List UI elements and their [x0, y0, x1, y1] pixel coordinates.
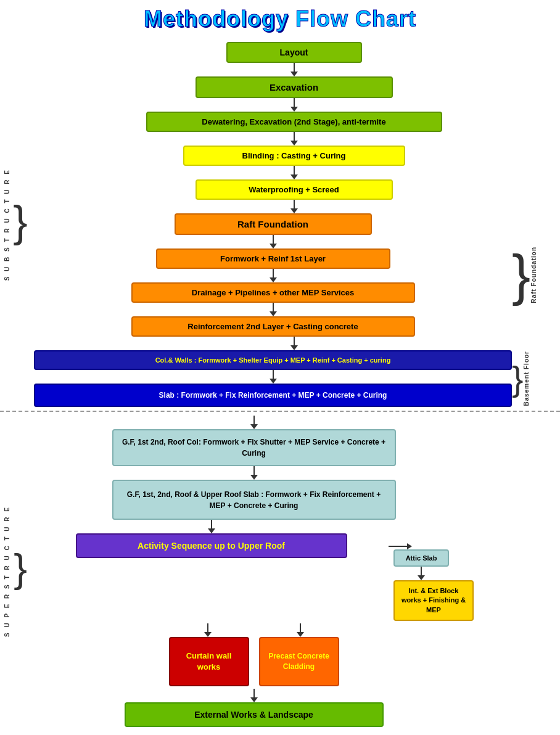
attic-slab-box: Attic Slab — [393, 549, 449, 567]
arrow-3 — [290, 132, 298, 146]
drainage-box: Drainage + Pipelines + other MEP Service… — [131, 282, 415, 303]
arrow-2 — [290, 98, 298, 112]
substructure-center: Layout Excavation Dewatering, Excavation… — [34, 42, 554, 407]
attic-v-arrowhead — [418, 575, 425, 580]
page-wrapper: Methodology Flow Chart S U B S T R U C T… — [0, 0, 560, 733]
raft-boxes: Raft Foundation Formwork + Reinf 1st Lay… — [34, 213, 512, 337]
right-v-line — [300, 623, 301, 632]
substructure-brace: } — [14, 42, 27, 407]
arrow-11 — [250, 416, 258, 429]
superstructure-label-container: S U P E R S T R U C T U R E — [0, 416, 14, 727]
basement-group: Col.& Walls : Formwork + Shelter Equip +… — [34, 350, 554, 407]
substructure-left: S U B S T R U C T U R E } — [0, 42, 34, 407]
title-methodology: Methodology — [144, 6, 289, 31]
left-arrowhead — [204, 632, 212, 637]
excavation-box: Excavation — [196, 76, 393, 98]
split-section: Curtain wall works Precast Concrete Clad… — [118, 621, 390, 727]
left-arrow-col — [204, 623, 212, 637]
activity-sequence-box: Activity Sequence up to Upper Roof — [76, 533, 347, 558]
right-arrow-col — [297, 623, 304, 637]
right-arrowhead — [297, 632, 304, 637]
attic-h-line — [389, 546, 407, 547]
arrow-13 — [208, 520, 215, 533]
attic-side: Attic Slab Int. & Ext Block works + Fini… — [389, 526, 474, 621]
reinf2-box: Reinforcement 2nd Layer + Casting concre… — [131, 316, 415, 337]
title-flowchart: Flow Chart — [289, 6, 416, 31]
attic-v-line — [421, 567, 422, 575]
arrow-6 — [270, 235, 277, 248]
raft-foundation-box: Raft Foundation — [175, 213, 372, 235]
curtain-wall-box: Curtain wall works — [169, 637, 249, 686]
superstructure-brace: } — [14, 416, 27, 727]
raft-label: Raft Foundation — [530, 247, 537, 303]
left-v-line — [207, 623, 208, 632]
gf-col-box: G.F, 1st 2nd, Roof Col: Formwork + Fix S… — [112, 429, 396, 466]
arrow-7 — [270, 269, 277, 282]
arrow-9 — [290, 337, 298, 350]
waterproofing-box: Waterproofing + Screed — [196, 179, 393, 200]
two-arrow-row — [162, 623, 347, 637]
basement-bracket: } Basement Floor — [512, 350, 554, 407]
raft-bracket: } Raft Foundation — [512, 213, 554, 337]
arrow-10 — [270, 370, 277, 384]
formwork-reinf-box: Formwork + Reinf 1st Layer — [156, 248, 390, 269]
substructure-label: S U B S T R U C T U R E — [4, 168, 10, 281]
section-divider — [0, 411, 560, 412]
int-ext-box: Int. & Ext Block works + Finishing & MEP — [393, 580, 474, 621]
basement-brace: } — [512, 362, 523, 396]
arrow-final — [250, 689, 258, 702]
attic-row: Activity Sequence up to Upper Roof Attic… — [34, 520, 474, 621]
col-walls-box: Col.& Walls : Formwork + Shelter Equip +… — [34, 350, 512, 370]
superstructure-center: G.F, 1st 2nd, Roof Col: Formwork + Fix S… — [34, 416, 474, 727]
raft-group: Raft Foundation Formwork + Reinf 1st Lay… — [34, 213, 554, 337]
arrow-12 — [250, 466, 258, 480]
slab-box: Slab : Formwork + Fix Reinforcement + ME… — [34, 384, 512, 407]
gf-slab-box: G.F, 1st, 2nd, Roof & Upper Roof Slab : … — [112, 480, 396, 520]
substructure-section: S U B S T R U C T U R E } Layout Excavat… — [0, 42, 560, 407]
substructure-label-container: S U B S T R U C T U R E — [0, 42, 14, 407]
attic-arrowhead — [407, 543, 412, 549]
main-flow-after-slab: Activity Sequence up to Upper Roof — [34, 520, 389, 558]
page-title: Methodology Flow Chart — [0, 6, 560, 32]
superstructure-label: S U P E R S T R U C T U R E — [4, 506, 10, 637]
superstructure-section: S U P E R S T R U C T U R E } G.F, 1st 2… — [0, 416, 560, 727]
layout-box: Layout — [226, 42, 362, 63]
precast-box: Precast Concrete Cladding — [259, 637, 339, 686]
attic-connector-line — [389, 543, 412, 549]
substructure-right-spacer — [554, 42, 560, 407]
raft-brace: } — [512, 247, 530, 303]
superstructure-right-spacer — [474, 416, 560, 727]
blinding-box: Blinding : Casting + Curing — [183, 146, 405, 166]
curtain-precast-row: Curtain wall works Precast Concrete Clad… — [169, 637, 339, 686]
external-works-box: External Works & Landscape — [125, 702, 384, 727]
arrow-8 — [270, 303, 277, 316]
arrow-5 — [290, 200, 298, 213]
dewatering-box: Dewatering, Excavation (2nd Stage), anti… — [146, 112, 442, 132]
basement-boxes: Col.& Walls : Formwork + Shelter Equip +… — [34, 350, 512, 407]
arrow-4 — [290, 166, 298, 179]
superstructure-left: S U P E R S T R U C T U R E } — [0, 416, 34, 727]
arrow-1 — [290, 63, 298, 76]
basement-label: Basement Floor — [523, 351, 530, 406]
attic-down-arrow — [393, 567, 449, 580]
